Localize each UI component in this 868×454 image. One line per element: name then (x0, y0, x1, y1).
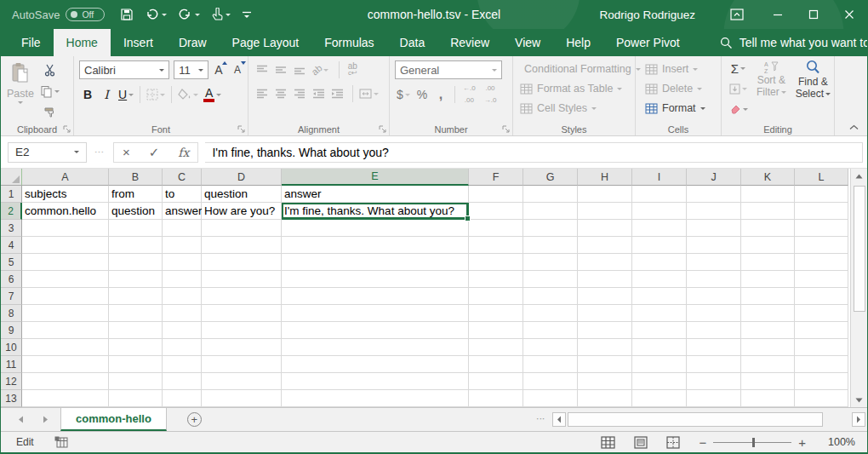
cell-A2[interactable]: common.hello (22, 203, 109, 220)
cell-A3[interactable] (22, 220, 109, 237)
align-left-button[interactable] (254, 84, 271, 103)
insert-function-button[interactable]: fx (178, 146, 189, 159)
cell-J8[interactable] (687, 305, 741, 322)
cell-E5[interactable] (282, 254, 469, 271)
cell-J7[interactable] (687, 288, 741, 305)
cell-D9[interactable] (202, 322, 282, 339)
font-dialog-launcher[interactable] (237, 125, 245, 133)
cell-E10[interactable] (282, 339, 469, 356)
cell-G12[interactable] (523, 373, 578, 390)
cell-I3[interactable] (632, 220, 687, 237)
cell-D2[interactable]: How are you? (202, 203, 282, 220)
cell-C6[interactable] (163, 271, 202, 288)
collapse-ribbon-button[interactable] (849, 124, 859, 130)
ribbon-tab-file[interactable]: File (9, 29, 54, 56)
cell-J12[interactable] (687, 373, 741, 390)
ribbon-tab-review[interactable]: Review (437, 29, 502, 56)
cell-D12[interactable] (202, 373, 282, 390)
cell-A10[interactable] (22, 339, 109, 356)
col-header-H[interactable]: H (578, 169, 632, 186)
cell-K5[interactable] (741, 254, 795, 271)
cell-B6[interactable] (109, 271, 163, 288)
ribbon-tab-draw[interactable]: Draw (166, 29, 220, 56)
cell-J10[interactable] (687, 339, 741, 356)
font-color-dropdown-icon[interactable] (216, 94, 221, 96)
cell-L1[interactable] (795, 186, 848, 203)
cell-F9[interactable] (469, 322, 523, 339)
cell-L7[interactable] (795, 288, 848, 305)
format-painter-button[interactable] (38, 103, 61, 122)
ribbon-tab-help[interactable]: Help (553, 29, 603, 56)
cell-H11[interactable] (578, 356, 632, 373)
cell-K7[interactable] (741, 288, 795, 305)
cell-L9[interactable] (795, 322, 848, 339)
copy-dropdown-icon[interactable] (54, 90, 60, 93)
redo-dropdown-icon[interactable] (195, 14, 200, 16)
bottom-align-button[interactable] (291, 60, 308, 79)
cell-L13[interactable] (795, 390, 848, 407)
cell-I7[interactable] (632, 288, 687, 305)
ribbon-display-options-button[interactable] (719, 0, 755, 29)
cell-B5[interactable] (109, 254, 163, 271)
cell-F12[interactable] (469, 373, 523, 390)
col-header-L[interactable]: L (795, 169, 848, 186)
underline-button[interactable]: U (117, 85, 135, 104)
row-header-11[interactable]: 11 (1, 356, 22, 373)
cell-D5[interactable] (202, 254, 282, 271)
alignment-dialog-launcher[interactable] (379, 125, 386, 133)
row-header-10[interactable]: 10 (1, 339, 22, 356)
cell-E7[interactable] (282, 288, 469, 305)
horizontal-scroll-thumb[interactable] (568, 412, 823, 427)
cell-D1[interactable]: question (202, 186, 282, 203)
cell-H6[interactable] (578, 271, 632, 288)
col-header-G[interactable]: G (523, 169, 578, 186)
scroll-right-button[interactable] (852, 412, 865, 427)
cell-L3[interactable] (795, 220, 848, 237)
cell-G8[interactable] (523, 305, 578, 322)
cell-F5[interactable] (469, 254, 523, 271)
row-header-8[interactable]: 8 (1, 305, 22, 322)
cell-J6[interactable] (687, 271, 741, 288)
cell-A4[interactable] (22, 237, 109, 254)
number-dialog-launcher[interactable] (502, 125, 510, 133)
cell-D4[interactable] (202, 237, 282, 254)
cell-G2[interactable] (523, 203, 578, 220)
paste-button[interactable]: Paste (3, 59, 38, 122)
cell-K11[interactable] (741, 356, 795, 373)
font-name-select[interactable]: Calibri (79, 60, 169, 79)
zoom-slider-thumb[interactable] (752, 438, 755, 447)
cell-I1[interactable] (632, 186, 687, 203)
cell-A8[interactable] (22, 305, 109, 322)
cell-A7[interactable] (22, 288, 109, 305)
cell-B13[interactable] (109, 390, 163, 407)
col-header-D[interactable]: D (202, 169, 282, 186)
wrap-text-button[interactable]: ab c↩ (344, 60, 361, 79)
percent-style-button[interactable]: % (414, 85, 431, 104)
cell-H12[interactable] (578, 373, 632, 390)
new-sheet-button[interactable]: + (187, 408, 202, 431)
fill-color-button[interactable] (176, 85, 200, 104)
cell-I9[interactable] (632, 322, 687, 339)
zoom-in-button[interactable]: + (798, 435, 806, 450)
cell-L4[interactable] (795, 237, 848, 254)
scroll-left-button[interactable] (552, 412, 566, 427)
cell-C2[interactable]: answer (163, 203, 202, 220)
zoom-level[interactable]: 100% (825, 436, 855, 448)
cell-B3[interactable] (109, 220, 163, 237)
cell-A1[interactable]: subjects (22, 186, 109, 203)
merge-center-dropdown-icon[interactable] (374, 93, 379, 95)
formula-input[interactable]: I'm fine, thanks. What about you? (205, 142, 863, 163)
cell-C4[interactable] (163, 237, 202, 254)
page-break-preview-button[interactable] (666, 436, 680, 449)
decrease-indent-button[interactable] (310, 84, 327, 103)
cell-C8[interactable] (163, 305, 202, 322)
cell-B2[interactable]: question (109, 203, 163, 220)
conditional-formatting-button[interactable]: Conditional Formatting (517, 60, 633, 78)
cell-A11[interactable] (22, 356, 109, 373)
cell-G10[interactable] (523, 339, 578, 356)
cell-F1[interactable] (469, 186, 523, 203)
redo-button[interactable] (178, 9, 200, 21)
format-as-table-button[interactable]: Format as Table (517, 79, 633, 98)
increase-decimal-button[interactable]: ←.0.00 (460, 85, 479, 104)
cell-B9[interactable] (109, 322, 163, 339)
